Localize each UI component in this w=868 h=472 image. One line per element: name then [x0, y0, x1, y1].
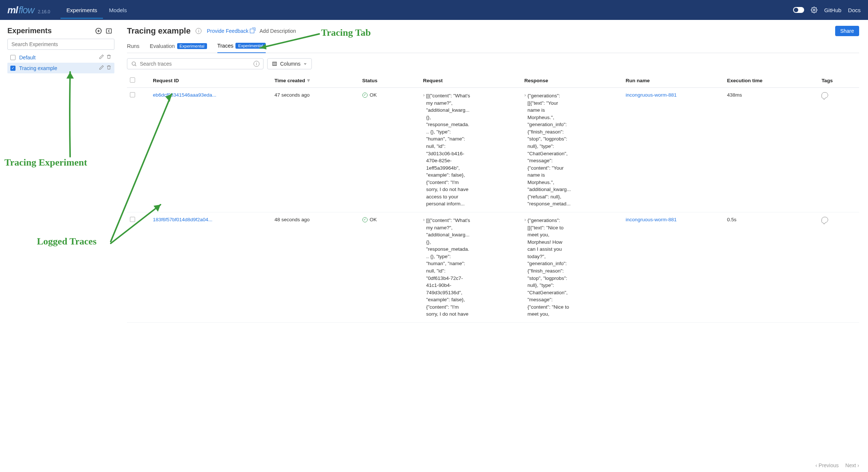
- edit-icon[interactable]: [99, 54, 104, 60]
- tags-icon[interactable]: [822, 92, 828, 98]
- col-tags[interactable]: Tags: [819, 74, 859, 88]
- svg-rect-4: [273, 62, 277, 65]
- request-snippet: [[{"content": "What's my name?", "additi…: [426, 217, 471, 318]
- tab-runs[interactable]: Runs: [127, 43, 140, 53]
- logo-ml: ml: [7, 4, 18, 16]
- col-request-id[interactable]: Request ID: [150, 74, 271, 88]
- pagination: ‹ Previous Next ›: [815, 462, 859, 468]
- info-icon[interactable]: i: [196, 28, 202, 34]
- run-name-link[interactable]: incongruous-worm-881: [626, 92, 676, 98]
- expand-response-icon[interactable]: ›: [524, 217, 528, 222]
- request-snippet: [[{"content": "What's my name?", "additi…: [426, 92, 471, 208]
- next-page[interactable]: Next ›: [845, 462, 859, 468]
- sort-icon: [306, 79, 311, 83]
- page-title: Tracing example: [127, 26, 190, 36]
- row-checkbox[interactable]: [130, 217, 135, 222]
- provide-feedback-link[interactable]: Provide Feedback: [207, 28, 254, 34]
- select-all-checkbox[interactable]: [130, 77, 135, 83]
- delete-icon[interactable]: [106, 54, 111, 60]
- table-header-row: Request ID Time created Status Request R…: [127, 74, 859, 88]
- run-name-link[interactable]: incongruous-worm-881: [626, 217, 676, 222]
- settings-icon[interactable]: [811, 7, 817, 13]
- primary-nav: Experiments Models: [61, 1, 133, 19]
- experimental-badge: Experimental: [235, 43, 265, 49]
- expand-response-icon[interactable]: ›: [524, 92, 528, 98]
- expand-request-icon[interactable]: ›: [423, 217, 426, 222]
- search-traces-wrapper[interactable]: i: [127, 58, 264, 69]
- traces-table: Request ID Time created Status Request R…: [127, 74, 859, 323]
- svg-point-3: [132, 62, 135, 65]
- search-traces-input[interactable]: [140, 61, 251, 67]
- request-id-link[interactable]: 183f6f57bf014d8d9f2a04...: [153, 217, 212, 222]
- columns-icon: [272, 61, 277, 66]
- tags-icon[interactable]: [822, 217, 828, 223]
- time-created-cell: 47 seconds ago: [272, 88, 359, 212]
- col-request[interactable]: Request: [420, 74, 521, 88]
- search-experiments-input[interactable]: [7, 39, 114, 50]
- status-cell: OK: [362, 92, 417, 98]
- columns-button[interactable]: Columns: [267, 58, 312, 69]
- time-created-cell: 48 seconds ago: [272, 212, 359, 323]
- ok-icon: [362, 93, 368, 98]
- response-snippet: {"generations": [[{"text": "Your name is…: [527, 92, 572, 208]
- checkbox[interactable]: [10, 66, 16, 71]
- col-run-name[interactable]: Run name: [623, 74, 724, 88]
- chevron-down-icon: [303, 62, 307, 66]
- expand-request-icon[interactable]: ›: [423, 92, 426, 98]
- collapse-sidebar-icon[interactable]: [105, 27, 113, 35]
- response-snippet: {"generations": [[{"text": "Nice to meet…: [527, 217, 572, 318]
- external-link-icon: [250, 29, 254, 33]
- sidebar-title: Experiments: [7, 27, 52, 35]
- logo-flow: flow: [18, 4, 34, 16]
- search-help-icon[interactable]: i: [254, 61, 259, 67]
- request-id-link[interactable]: eb6dcf93341546aaa93eda...: [153, 92, 216, 98]
- docs-link[interactable]: Docs: [848, 7, 861, 13]
- experiment-label: Default: [19, 55, 95, 60]
- share-button[interactable]: Share: [835, 26, 859, 36]
- nav-models[interactable]: Models: [103, 1, 132, 19]
- svg-point-0: [813, 9, 815, 11]
- col-time-created[interactable]: Time created: [272, 74, 359, 88]
- github-link[interactable]: GitHub: [824, 7, 841, 13]
- col-execution-time[interactable]: Execution time: [724, 74, 819, 88]
- search-icon: [131, 61, 137, 67]
- table-row[interactable]: eb6dcf93341546aaa93eda... 47 seconds ago…: [127, 88, 859, 212]
- logo[interactable]: ml flow 2.16.0: [7, 4, 50, 16]
- edit-icon[interactable]: [99, 65, 104, 71]
- tab-evaluation[interactable]: EvaluationExperimental: [150, 43, 207, 53]
- svg-rect-2: [106, 29, 111, 33]
- execution-time-cell: 438ms: [724, 88, 819, 212]
- col-status[interactable]: Status: [359, 74, 420, 88]
- version-label: 2.16.0: [38, 9, 50, 14]
- experiment-subtabs: Runs EvaluationExperimental TracesExperi…: [127, 43, 859, 53]
- experiment-label: Tracing example: [19, 65, 95, 71]
- experiments-sidebar: Experiments Default: [0, 20, 118, 472]
- delete-icon[interactable]: [106, 65, 111, 71]
- experiment-row-default[interactable]: Default: [7, 52, 114, 63]
- add-description-button[interactable]: Add Description: [259, 28, 296, 34]
- nav-experiments[interactable]: Experiments: [61, 1, 103, 19]
- prev-page[interactable]: ‹ Previous: [815, 462, 838, 468]
- ok-icon: [362, 217, 368, 222]
- app-header: ml flow 2.16.0 Experiments Models GitHub…: [0, 0, 868, 20]
- execution-time-cell: 0.5s: [724, 212, 819, 323]
- experiment-row-tracing[interactable]: Tracing example: [7, 63, 114, 73]
- table-row[interactable]: 183f6f57bf014d8d9f2a04... 48 seconds ago…: [127, 212, 859, 323]
- experiments-list: Default Tracing example: [7, 52, 114, 73]
- checkbox[interactable]: [10, 55, 16, 60]
- main-content: Tracing example i Provide Feedback Add D…: [118, 20, 868, 472]
- status-cell: OK: [362, 217, 417, 222]
- col-response[interactable]: Response: [521, 74, 623, 88]
- experimental-badge: Experimental: [177, 43, 207, 49]
- tab-traces[interactable]: TracesExperimental: [217, 43, 266, 53]
- row-checkbox[interactable]: [130, 92, 135, 97]
- add-experiment-icon[interactable]: [94, 27, 103, 35]
- theme-toggle[interactable]: [793, 7, 804, 13]
